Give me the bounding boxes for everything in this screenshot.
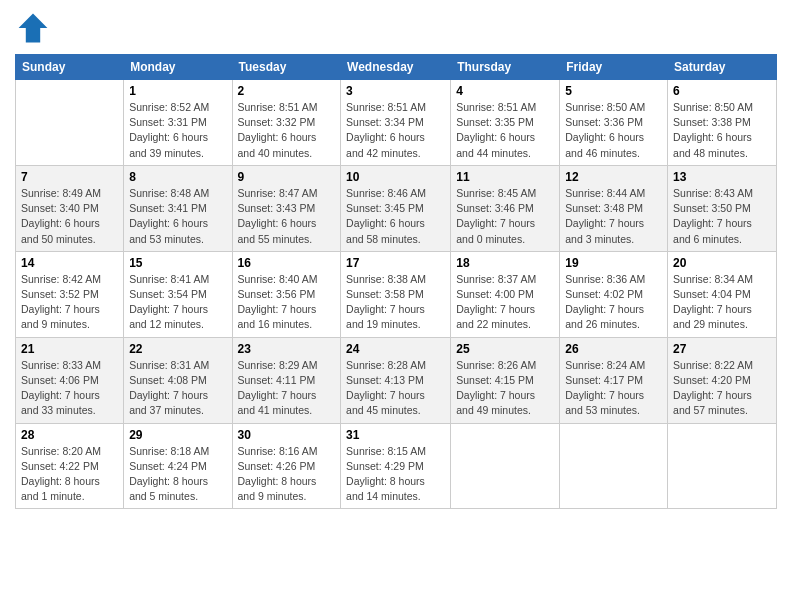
week-row-1: 1Sunrise: 8:52 AM Sunset: 3:31 PM Daylig… [16,80,777,166]
day-number: 30 [238,428,336,442]
day-number: 15 [129,256,226,270]
column-header-thursday: Thursday [451,55,560,80]
day-number: 9 [238,170,336,184]
day-number: 28 [21,428,118,442]
day-info: Sunrise: 8:20 AM Sunset: 4:22 PM Dayligh… [21,444,118,505]
day-cell: 14Sunrise: 8:42 AM Sunset: 3:52 PM Dayli… [16,251,124,337]
day-cell: 17Sunrise: 8:38 AM Sunset: 3:58 PM Dayli… [341,251,451,337]
week-row-4: 21Sunrise: 8:33 AM Sunset: 4:06 PM Dayli… [16,337,777,423]
day-info: Sunrise: 8:52 AM Sunset: 3:31 PM Dayligh… [129,100,226,161]
day-cell: 2Sunrise: 8:51 AM Sunset: 3:32 PM Daylig… [232,80,341,166]
day-info: Sunrise: 8:50 AM Sunset: 3:38 PM Dayligh… [673,100,771,161]
day-info: Sunrise: 8:46 AM Sunset: 3:45 PM Dayligh… [346,186,445,247]
day-info: Sunrise: 8:26 AM Sunset: 4:15 PM Dayligh… [456,358,554,419]
day-cell: 31Sunrise: 8:15 AM Sunset: 4:29 PM Dayli… [341,423,451,509]
calendar-header-row: SundayMondayTuesdayWednesdayThursdayFrid… [16,55,777,80]
page-header [15,10,777,46]
day-cell: 21Sunrise: 8:33 AM Sunset: 4:06 PM Dayli… [16,337,124,423]
calendar-table: SundayMondayTuesdayWednesdayThursdayFrid… [15,54,777,509]
day-number: 19 [565,256,662,270]
day-info: Sunrise: 8:18 AM Sunset: 4:24 PM Dayligh… [129,444,226,505]
week-row-2: 7Sunrise: 8:49 AM Sunset: 3:40 PM Daylig… [16,165,777,251]
day-cell: 18Sunrise: 8:37 AM Sunset: 4:00 PM Dayli… [451,251,560,337]
day-cell: 23Sunrise: 8:29 AM Sunset: 4:11 PM Dayli… [232,337,341,423]
day-cell: 10Sunrise: 8:46 AM Sunset: 3:45 PM Dayli… [341,165,451,251]
day-number: 12 [565,170,662,184]
column-header-tuesday: Tuesday [232,55,341,80]
day-number: 6 [673,84,771,98]
column-header-friday: Friday [560,55,668,80]
day-number: 7 [21,170,118,184]
day-info: Sunrise: 8:51 AM Sunset: 3:32 PM Dayligh… [238,100,336,161]
day-number: 8 [129,170,226,184]
day-number: 18 [456,256,554,270]
column-header-saturday: Saturday [668,55,777,80]
week-row-5: 28Sunrise: 8:20 AM Sunset: 4:22 PM Dayli… [16,423,777,509]
day-info: Sunrise: 8:15 AM Sunset: 4:29 PM Dayligh… [346,444,445,505]
day-info: Sunrise: 8:34 AM Sunset: 4:04 PM Dayligh… [673,272,771,333]
day-info: Sunrise: 8:51 AM Sunset: 3:34 PM Dayligh… [346,100,445,161]
column-header-wednesday: Wednesday [341,55,451,80]
day-cell: 6Sunrise: 8:50 AM Sunset: 3:38 PM Daylig… [668,80,777,166]
day-cell: 3Sunrise: 8:51 AM Sunset: 3:34 PM Daylig… [341,80,451,166]
svg-marker-0 [19,14,48,43]
day-cell: 4Sunrise: 8:51 AM Sunset: 3:35 PM Daylig… [451,80,560,166]
day-info: Sunrise: 8:33 AM Sunset: 4:06 PM Dayligh… [21,358,118,419]
day-info: Sunrise: 8:40 AM Sunset: 3:56 PM Dayligh… [238,272,336,333]
day-info: Sunrise: 8:29 AM Sunset: 4:11 PM Dayligh… [238,358,336,419]
day-number: 4 [456,84,554,98]
day-number: 16 [238,256,336,270]
day-info: Sunrise: 8:42 AM Sunset: 3:52 PM Dayligh… [21,272,118,333]
day-info: Sunrise: 8:31 AM Sunset: 4:08 PM Dayligh… [129,358,226,419]
logo-icon [15,10,51,46]
column-header-monday: Monday [124,55,232,80]
day-info: Sunrise: 8:24 AM Sunset: 4:17 PM Dayligh… [565,358,662,419]
day-number: 27 [673,342,771,356]
day-cell: 19Sunrise: 8:36 AM Sunset: 4:02 PM Dayli… [560,251,668,337]
logo [15,10,55,46]
day-number: 20 [673,256,771,270]
day-number: 1 [129,84,226,98]
day-cell: 13Sunrise: 8:43 AM Sunset: 3:50 PM Dayli… [668,165,777,251]
day-cell: 30Sunrise: 8:16 AM Sunset: 4:26 PM Dayli… [232,423,341,509]
day-number: 31 [346,428,445,442]
day-cell: 11Sunrise: 8:45 AM Sunset: 3:46 PM Dayli… [451,165,560,251]
day-cell: 29Sunrise: 8:18 AM Sunset: 4:24 PM Dayli… [124,423,232,509]
day-cell: 12Sunrise: 8:44 AM Sunset: 3:48 PM Dayli… [560,165,668,251]
week-row-3: 14Sunrise: 8:42 AM Sunset: 3:52 PM Dayli… [16,251,777,337]
day-cell [16,80,124,166]
day-cell: 22Sunrise: 8:31 AM Sunset: 4:08 PM Dayli… [124,337,232,423]
day-cell: 25Sunrise: 8:26 AM Sunset: 4:15 PM Dayli… [451,337,560,423]
day-cell: 16Sunrise: 8:40 AM Sunset: 3:56 PM Dayli… [232,251,341,337]
day-info: Sunrise: 8:50 AM Sunset: 3:36 PM Dayligh… [565,100,662,161]
day-number: 11 [456,170,554,184]
day-number: 24 [346,342,445,356]
day-info: Sunrise: 8:51 AM Sunset: 3:35 PM Dayligh… [456,100,554,161]
day-number: 23 [238,342,336,356]
day-cell: 28Sunrise: 8:20 AM Sunset: 4:22 PM Dayli… [16,423,124,509]
day-info: Sunrise: 8:45 AM Sunset: 3:46 PM Dayligh… [456,186,554,247]
day-info: Sunrise: 8:28 AM Sunset: 4:13 PM Dayligh… [346,358,445,419]
day-cell: 27Sunrise: 8:22 AM Sunset: 4:20 PM Dayli… [668,337,777,423]
day-info: Sunrise: 8:47 AM Sunset: 3:43 PM Dayligh… [238,186,336,247]
day-number: 5 [565,84,662,98]
day-cell [560,423,668,509]
day-cell [451,423,560,509]
day-info: Sunrise: 8:36 AM Sunset: 4:02 PM Dayligh… [565,272,662,333]
day-info: Sunrise: 8:37 AM Sunset: 4:00 PM Dayligh… [456,272,554,333]
day-number: 22 [129,342,226,356]
day-number: 26 [565,342,662,356]
day-cell: 9Sunrise: 8:47 AM Sunset: 3:43 PM Daylig… [232,165,341,251]
day-cell: 1Sunrise: 8:52 AM Sunset: 3:31 PM Daylig… [124,80,232,166]
day-info: Sunrise: 8:49 AM Sunset: 3:40 PM Dayligh… [21,186,118,247]
day-info: Sunrise: 8:48 AM Sunset: 3:41 PM Dayligh… [129,186,226,247]
day-number: 29 [129,428,226,442]
day-cell: 26Sunrise: 8:24 AM Sunset: 4:17 PM Dayli… [560,337,668,423]
column-header-sunday: Sunday [16,55,124,80]
day-number: 10 [346,170,445,184]
day-number: 25 [456,342,554,356]
day-number: 14 [21,256,118,270]
day-cell: 24Sunrise: 8:28 AM Sunset: 4:13 PM Dayli… [341,337,451,423]
day-info: Sunrise: 8:44 AM Sunset: 3:48 PM Dayligh… [565,186,662,247]
day-cell: 8Sunrise: 8:48 AM Sunset: 3:41 PM Daylig… [124,165,232,251]
